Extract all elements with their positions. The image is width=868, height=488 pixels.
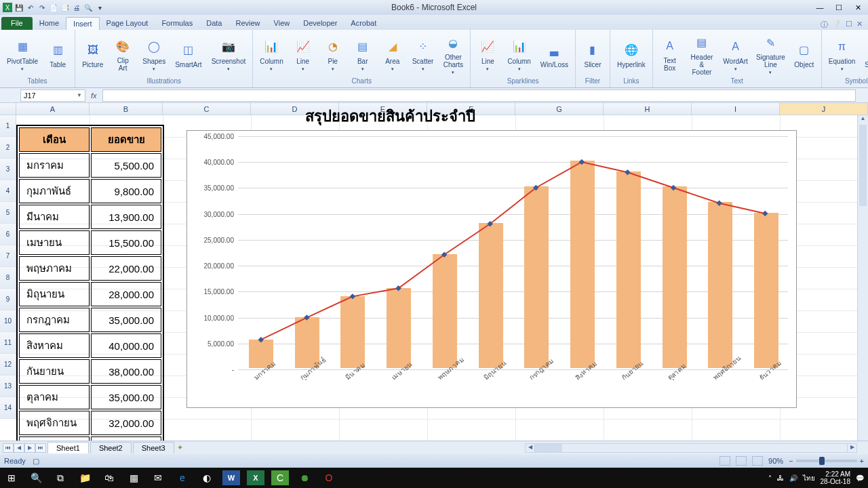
- slicer-button[interactable]: ▮Slicer: [580, 39, 606, 70]
- row-header[interactable]: 5: [0, 202, 16, 224]
- next-sheet-icon[interactable]: ▶: [24, 443, 35, 453]
- column-header[interactable]: C: [163, 103, 251, 115]
- tray-volume-icon[interactable]: 🔊: [789, 474, 797, 482]
- macro-record-icon[interactable]: ▢: [33, 457, 39, 466]
- embedded-chart[interactable]: -5,000.0010,000.0015,000.0020,000.0025,0…: [186, 130, 797, 408]
- vertical-scrollbar[interactable]: ▲: [857, 115, 868, 441]
- taskbar-app[interactable]: ▦: [125, 470, 142, 485]
- taskbar-edge[interactable]: e: [174, 470, 191, 485]
- row-header[interactable]: 2: [0, 137, 16, 159]
- ribbon-close-icon[interactable]: ✕: [856, 20, 863, 30]
- taskbar-opera[interactable]: O: [320, 470, 338, 485]
- maximize-button[interactable]: ☐: [830, 2, 848, 13]
- close-button[interactable]: ✕: [849, 2, 867, 13]
- symbol-button[interactable]: ΩSymbol: [862, 39, 868, 70]
- taskbar-excel[interactable]: X: [247, 470, 264, 485]
- line-button[interactable]: 📈Line▾: [475, 36, 500, 73]
- row-header[interactable]: 9: [0, 289, 16, 310]
- fx-icon[interactable]: fx: [91, 92, 97, 100]
- row-header[interactable]: 12: [0, 354, 16, 375]
- taskbar-app[interactable]: C: [271, 470, 289, 485]
- select-all-corner[interactable]: [0, 103, 16, 115]
- system-clock[interactable]: 2:22 AM 28-Oct-18: [821, 470, 850, 485]
- row-header[interactable]: 10: [0, 310, 16, 332]
- tray-up-icon[interactable]: ˄: [768, 474, 772, 482]
- column-header[interactable]: B: [90, 103, 163, 115]
- page-break-view-button[interactable]: [752, 456, 763, 466]
- formula-input[interactable]: [102, 89, 856, 102]
- column-header[interactable]: A: [16, 103, 90, 115]
- taskbar-app[interactable]: ⏺: [296, 470, 313, 485]
- pivottable-button[interactable]: ▦PivotTable▾: [4, 36, 41, 73]
- screenshot-button[interactable]: 📷Screenshot▾: [209, 36, 249, 73]
- column-header[interactable]: J: [780, 103, 868, 115]
- tray-lang[interactable]: ไทย: [803, 473, 815, 483]
- row-header[interactable]: 11: [0, 332, 16, 354]
- clip-art-button[interactable]: 🎨ClipArt: [110, 35, 136, 73]
- hyperlink-button[interactable]: 🌐Hyperlink: [614, 39, 648, 70]
- zoom-slider[interactable]: [796, 460, 857, 462]
- tab-home[interactable]: Home: [33, 17, 66, 30]
- object-button[interactable]: ▢Object: [791, 39, 817, 70]
- undo-icon[interactable]: ↶: [26, 3, 35, 12]
- pie-button[interactable]: ◔Pie▾: [320, 36, 346, 73]
- column-header[interactable]: H: [604, 103, 692, 115]
- tab-page-layout[interactable]: Page Layout: [100, 17, 155, 30]
- tab-insert[interactable]: Insert: [66, 17, 100, 30]
- taskbar-app[interactable]: ✉: [149, 470, 167, 485]
- task-view-icon[interactable]: ⧉: [52, 470, 69, 485]
- qat-item[interactable]: 📄: [49, 3, 58, 12]
- row-header[interactable]: 13: [0, 375, 16, 397]
- row-header[interactable]: 14: [0, 397, 16, 419]
- sheet-tab[interactable]: Sheet3: [133, 442, 174, 453]
- taskbar-app[interactable]: 🛍: [100, 470, 118, 485]
- qat-item[interactable]: 🖨: [72, 3, 81, 12]
- tray-network-icon[interactable]: 🖧: [777, 474, 784, 482]
- minimize-ribbon-icon[interactable]: ⓘ: [821, 20, 828, 30]
- table-button[interactable]: ▥Table: [45, 39, 71, 70]
- tab-data[interactable]: Data: [199, 17, 229, 30]
- start-button[interactable]: ⊞: [3, 470, 20, 485]
- picture-button[interactable]: 🖼Picture: [79, 39, 106, 70]
- search-icon[interactable]: 🔍: [27, 470, 45, 485]
- row-header[interactable]: 1: [0, 115, 16, 137]
- save-icon[interactable]: 💾: [14, 3, 24, 12]
- zoom-in-icon[interactable]: +: [860, 457, 864, 465]
- taskbar-chrome[interactable]: ◐: [198, 470, 216, 485]
- sheet-tab[interactable]: Sheet2: [90, 442, 132, 453]
- new-sheet-icon[interactable]: ✦: [177, 443, 183, 452]
- first-sheet-icon[interactable]: ⏮: [3, 443, 14, 453]
- tab-acrobat[interactable]: Acrobat: [344, 17, 383, 30]
- row-header[interactable]: 4: [0, 180, 16, 202]
- column-button[interactable]: 📊Column▾: [257, 36, 285, 73]
- window-options-icon[interactable]: ☐: [846, 20, 852, 30]
- worksheet-grid[interactable]: ABCDEFGHIJ 1234567891011121314 ▲ สรุปยอด…: [0, 103, 868, 441]
- taskbar-word[interactable]: W: [222, 470, 240, 485]
- qat-more-icon[interactable]: ▾: [95, 3, 104, 12]
- text-box-button[interactable]: ATextBox: [657, 35, 683, 73]
- wordart-button[interactable]: AWordArt▾: [721, 36, 750, 73]
- prev-sheet-icon[interactable]: ◀: [14, 443, 24, 453]
- qat-item[interactable]: 🔍: [83, 3, 93, 12]
- signature-line-button[interactable]: ✎SignatureLine▾: [754, 32, 787, 77]
- win-loss-button[interactable]: ▃Win/Loss: [538, 39, 571, 70]
- column-header[interactable]: G: [515, 103, 604, 115]
- column-button[interactable]: 📊Column▾: [505, 36, 533, 73]
- zoom-out-icon[interactable]: −: [789, 457, 793, 465]
- last-sheet-icon[interactable]: ⏭: [35, 443, 46, 453]
- smartart-button[interactable]: ◫SmartArt: [172, 39, 204, 70]
- horizontal-scrollbar[interactable]: ◀▶: [525, 443, 857, 453]
- tab-view[interactable]: View: [267, 17, 297, 30]
- scatter-button[interactable]: ⁘Scatter▾: [410, 36, 437, 73]
- notifications-icon[interactable]: 💬: [856, 474, 864, 482]
- line-button[interactable]: 📈Line▾: [290, 36, 316, 73]
- tab-file[interactable]: File: [1, 17, 33, 30]
- area-button[interactable]: ◢Area▾: [380, 36, 406, 73]
- chevron-down-icon[interactable]: ▼: [77, 92, 82, 98]
- bar-button[interactable]: ▤Bar▾: [350, 36, 376, 73]
- equation-button[interactable]: πEquation▾: [826, 36, 858, 73]
- tab-formulas[interactable]: Formulas: [155, 17, 199, 30]
- page-layout-view-button[interactable]: [736, 456, 747, 466]
- row-header[interactable]: 8: [0, 267, 16, 289]
- name-box[interactable]: J17 ▼: [20, 89, 85, 102]
